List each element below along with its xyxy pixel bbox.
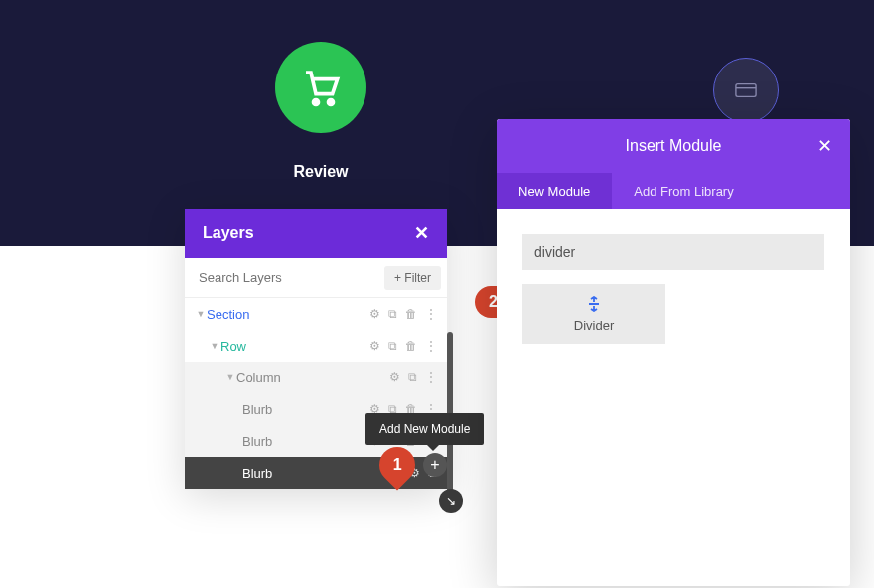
svg-point-1 — [329, 100, 334, 105]
module-tile-divider[interactable]: Divider — [522, 284, 665, 344]
tab-new-module[interactable]: New Module — [497, 173, 612, 209]
duplicate-icon[interactable]: ⧉ — [408, 370, 417, 384]
module-search-input[interactable] — [522, 234, 824, 270]
layers-search-row: + Filter — [185, 258, 447, 298]
chevron-down-icon: ▼ — [209, 341, 220, 351]
gear-icon[interactable]: ⚙ — [369, 339, 380, 353]
add-module-button[interactable]: + — [423, 453, 447, 477]
tab-add-from-library[interactable]: Add From Library — [612, 173, 755, 209]
module-tile-label: Divider — [574, 318, 614, 333]
layers-header: Layers ✕ — [185, 209, 447, 258]
layers-title: Layers — [203, 224, 254, 242]
gear-icon[interactable]: ⚙ — [369, 307, 380, 321]
insert-module-header: Insert Module ✕ — [497, 119, 850, 173]
svg-rect-2 — [736, 84, 756, 97]
card-icon[interactable] — [713, 58, 779, 123]
close-icon[interactable]: ✕ — [817, 135, 832, 157]
more-icon[interactable]: ⋮ — [425, 339, 437, 353]
layers-search-input[interactable] — [185, 270, 384, 285]
filter-button[interactable]: + Filter — [384, 266, 441, 290]
more-icon[interactable]: ⋮ — [425, 307, 437, 321]
tooltip-add-module: Add New Module — [365, 413, 484, 445]
trash-icon[interactable]: 🗑 — [405, 307, 417, 321]
tree-row-section[interactable]: ▼ Section ⚙ ⧉ 🗑 ⋮ — [185, 298, 447, 330]
chevron-down-icon: ▼ — [195, 309, 207, 319]
duplicate-icon[interactable]: ⧉ — [388, 307, 397, 321]
svg-point-0 — [314, 100, 319, 105]
insert-module-title: Insert Module — [626, 137, 722, 155]
more-icon[interactable]: ⋮ — [425, 370, 437, 384]
insert-tabs: New Module Add From Library — [497, 173, 850, 209]
chevron-down-icon: ▼ — [224, 372, 236, 382]
trash-icon[interactable]: 🗑 — [405, 339, 417, 353]
review-label: Review — [275, 163, 366, 181]
review-block: Review — [275, 42, 366, 181]
cart-icon — [275, 42, 366, 133]
tree-row-column[interactable]: ▼ Column ⚙ ⧉ ⋮ — [185, 362, 447, 393]
resize-handle-icon[interactable]: ↘ — [439, 489, 463, 513]
insert-module-panel: Insert Module ✕ New Module Add From Libr… — [497, 119, 850, 586]
tree-row-row[interactable]: ▼ Row ⚙ ⧉ 🗑 ⋮ — [185, 330, 447, 362]
close-icon[interactable]: ✕ — [414, 222, 429, 244]
layers-panel: Layers ✕ + Filter ▼ Section ⚙ ⧉ 🗑 ⋮ ▼ Ro… — [185, 209, 447, 489]
gear-icon[interactable]: ⚙ — [389, 370, 400, 384]
duplicate-icon[interactable]: ⧉ — [388, 339, 397, 353]
row-actions: ⚙ ⧉ 🗑 ⋮ — [369, 307, 447, 321]
